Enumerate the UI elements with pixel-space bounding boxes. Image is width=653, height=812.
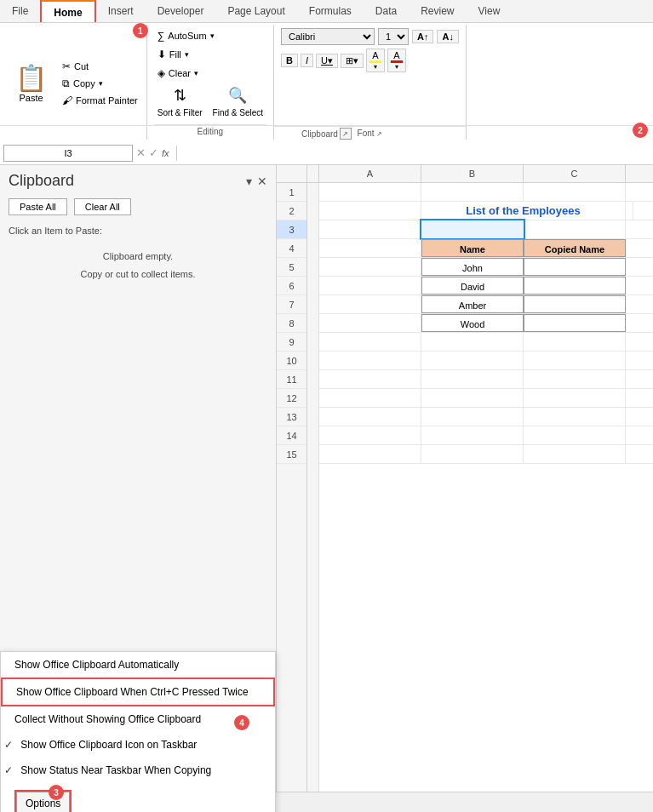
cell-c6[interactable] bbox=[524, 277, 626, 294]
cell-a8[interactable] bbox=[319, 314, 421, 332]
font-size-select[interactable]: 12 bbox=[378, 28, 409, 45]
paste-all-button[interactable]: Paste All bbox=[9, 198, 67, 215]
menu-item-show-auto[interactable]: Show Office Clipboard Automatically bbox=[1, 652, 275, 678]
row-num-7[interactable]: 7 bbox=[277, 295, 306, 314]
panel-close-icon[interactable]: ✕ bbox=[257, 174, 267, 188]
menu-item-show-icon[interactable]: ✓ Show Office Clipboard Icon on Taskbar bbox=[1, 732, 275, 758]
cell-a3[interactable] bbox=[319, 220, 421, 238]
cell-b8[interactable]: Wood bbox=[421, 314, 524, 332]
cell-b7[interactable]: Amber bbox=[421, 295, 524, 313]
cell-d5[interactable] bbox=[626, 258, 653, 276]
format-painter-button[interactable]: 🖌 Format Painter bbox=[59, 93, 141, 108]
cell-c2[interactable] bbox=[626, 202, 633, 220]
highlight-color-button[interactable]: A ▾ bbox=[366, 49, 385, 72]
insert-function-icon[interactable]: fx bbox=[162, 148, 169, 158]
cell-d2[interactable] bbox=[633, 202, 653, 220]
cell-c7[interactable] bbox=[524, 295, 626, 313]
cell-b4-header[interactable]: Name bbox=[421, 239, 524, 257]
cell-d4[interactable] bbox=[626, 239, 653, 257]
tab-view[interactable]: View bbox=[467, 0, 513, 22]
autosum-button[interactable]: ∑ AutoSum ▾ bbox=[154, 28, 266, 43]
row-num-6[interactable]: 6 bbox=[277, 277, 306, 295]
tab-file[interactable]: File bbox=[0, 0, 40, 22]
col-header-a[interactable]: A bbox=[319, 165, 421, 182]
row-num-8[interactable]: 8 bbox=[277, 314, 306, 333]
row-num-4[interactable]: 4 bbox=[277, 239, 306, 258]
row-selector-header bbox=[307, 165, 319, 182]
row-num-14[interactable]: 14 bbox=[277, 426, 306, 445]
cell-d3[interactable] bbox=[626, 220, 653, 238]
row-num-15[interactable]: 15 bbox=[277, 445, 306, 464]
font-name-select[interactable]: Calibri bbox=[281, 28, 375, 45]
cell-a5[interactable] bbox=[319, 258, 421, 276]
col-header-b[interactable]: B bbox=[421, 165, 524, 182]
cell-a6[interactable] bbox=[319, 277, 421, 294]
tab-data[interactable]: Data bbox=[364, 0, 409, 22]
cell-d6[interactable] bbox=[626, 277, 653, 294]
row-num-5[interactable]: 5 bbox=[277, 258, 306, 277]
row-num-3[interactable]: 3 bbox=[277, 220, 306, 239]
cell-reference-input[interactable] bbox=[3, 145, 133, 162]
italic-button[interactable]: I bbox=[301, 54, 313, 67]
badge-3: 3 bbox=[49, 785, 64, 800]
row-num-9[interactable]: 9 bbox=[277, 333, 306, 352]
tab-formulas[interactable]: Formulas bbox=[297, 0, 364, 22]
cell-b10[interactable] bbox=[319, 352, 421, 369]
font-color-button[interactable]: A ▾ bbox=[387, 49, 406, 72]
row-num-1[interactable]: 1 bbox=[277, 183, 306, 202]
cell-b6[interactable]: David bbox=[421, 277, 524, 294]
cell-a1[interactable] bbox=[319, 183, 421, 201]
paste-button[interactable]: 📋 Paste bbox=[9, 60, 54, 106]
cut-button[interactable]: ✂ Cut bbox=[59, 59, 141, 74]
cell-c4-header[interactable]: Copied Name bbox=[524, 239, 626, 257]
menu-item-show-ctrl-c[interactable]: Show Office Clipboard When Ctrl+C Presse… bbox=[1, 678, 275, 706]
col-header-c[interactable]: C bbox=[524, 165, 626, 182]
panel-dropdown-icon[interactable]: ▾ bbox=[246, 174, 252, 188]
cell-b1[interactable] bbox=[421, 183, 524, 201]
clipboard-dropdown-menu: Show Office Clipboard Automatically Show… bbox=[0, 651, 276, 812]
formula-input[interactable] bbox=[180, 146, 650, 160]
copy-button[interactable]: ⧉ Copy ▾ bbox=[59, 76, 141, 91]
tab-insert[interactable]: Insert bbox=[96, 0, 146, 22]
cell-b9[interactable] bbox=[319, 333, 421, 351]
cancel-formula-icon[interactable]: ✕ bbox=[136, 146, 146, 159]
tab-developer[interactable]: Developer bbox=[146, 0, 216, 22]
border-button[interactable]: ⊞▾ bbox=[341, 54, 364, 68]
clipboard-group: 📋 Paste ✂ Cut ⧉ Copy ▾ 🖌 Format Painter bbox=[3, 25, 147, 140]
cell-c1[interactable] bbox=[524, 183, 626, 201]
cell-b3[interactable] bbox=[421, 220, 524, 238]
cell-c3[interactable] bbox=[524, 220, 626, 238]
row-num-11[interactable]: 11 bbox=[277, 370, 306, 389]
tab-page-layout[interactable]: Page Layout bbox=[215, 0, 296, 22]
cell-b2-title[interactable]: List of the Employees bbox=[421, 202, 626, 220]
fill-button[interactable]: ⬇ Fill ▾ bbox=[154, 47, 266, 62]
row-num-10[interactable]: 10 bbox=[277, 352, 306, 370]
cell-c5[interactable] bbox=[524, 258, 626, 276]
cell-d7[interactable] bbox=[626, 295, 653, 313]
cell-c8[interactable] bbox=[524, 314, 626, 332]
cell-a4[interactable] bbox=[319, 239, 421, 257]
cell-d1[interactable] bbox=[626, 183, 653, 201]
find-select-button[interactable]: 🔍 Find & Select bbox=[209, 84, 266, 119]
sort-filter-button[interactable]: ⇅ Sort & Filter bbox=[154, 84, 206, 119]
cell-a2[interactable] bbox=[319, 202, 421, 220]
decrease-font-button[interactable]: A↓ bbox=[437, 30, 458, 43]
row-num-13[interactable]: 13 bbox=[277, 408, 306, 426]
underline-button[interactable]: U▾ bbox=[316, 54, 338, 68]
tab-home[interactable]: Home bbox=[40, 0, 95, 22]
menu-item-show-status[interactable]: ✓ Show Status Near Taskbar When Copying bbox=[1, 758, 275, 783]
confirm-formula-icon[interactable]: ✓ bbox=[149, 146, 158, 159]
col-header-d[interactable]: D bbox=[626, 165, 653, 182]
cell-b5[interactable]: John bbox=[421, 258, 524, 276]
tab-review[interactable]: Review bbox=[409, 0, 466, 22]
bold-button[interactable]: B bbox=[281, 54, 298, 67]
clear-button[interactable]: ◈ Clear ▾ bbox=[154, 66, 266, 81]
increase-font-button[interactable]: A↑ bbox=[412, 30, 433, 43]
clear-all-button[interactable]: Clear All bbox=[74, 198, 131, 215]
row-num-12[interactable]: 12 bbox=[277, 389, 306, 408]
row-num-2[interactable]: 2 bbox=[277, 202, 306, 220]
cell-d8[interactable] bbox=[626, 314, 653, 332]
cell-a7[interactable] bbox=[319, 295, 421, 313]
font-launcher-button[interactable]: ↗ bbox=[376, 130, 382, 138]
table-row bbox=[319, 426, 653, 445]
